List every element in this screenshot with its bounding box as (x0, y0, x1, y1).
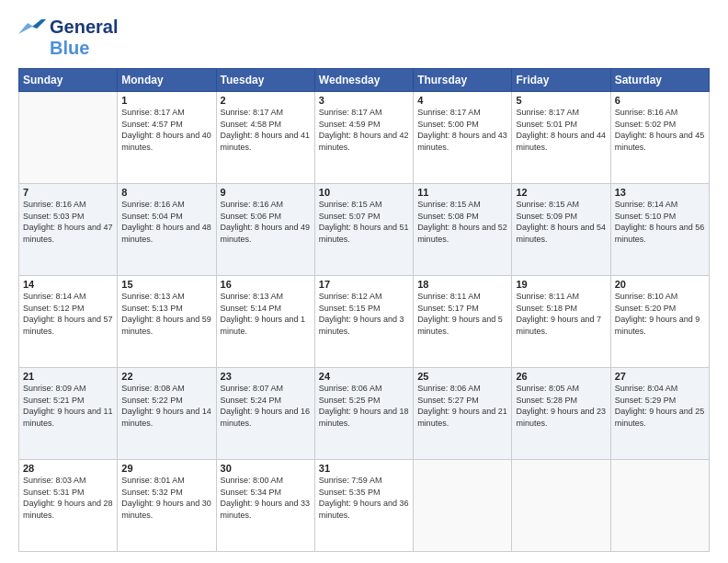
day-number: 3 (319, 95, 409, 106)
day-info: Sunrise: 8:13 AMSunset: 5:13 PMDaylight:… (121, 291, 211, 337)
day-info: Sunrise: 8:16 AMSunset: 5:03 PMDaylight:… (23, 199, 113, 245)
logo-text-general: General (50, 17, 118, 38)
calendar-cell: 6Sunrise: 8:16 AMSunset: 5:02 PMDaylight… (610, 92, 709, 184)
day-info: Sunrise: 8:14 AMSunset: 5:12 PMDaylight:… (23, 291, 113, 337)
calendar-week-row: 14Sunrise: 8:14 AMSunset: 5:12 PMDayligh… (19, 276, 710, 368)
calendar-cell: 7Sunrise: 8:16 AMSunset: 5:03 PMDaylight… (19, 184, 118, 276)
day-number: 8 (121, 187, 211, 198)
header-monday: Monday (118, 69, 216, 92)
logo: General Blue (18, 17, 118, 59)
calendar-cell: 16Sunrise: 8:13 AMSunset: 5:14 PMDayligh… (216, 276, 314, 368)
day-info: Sunrise: 8:08 AMSunset: 5:22 PMDaylight:… (121, 383, 211, 429)
calendar-cell: 1Sunrise: 8:17 AMSunset: 4:57 PMDaylight… (118, 92, 216, 184)
calendar-cell: 5Sunrise: 8:17 AMSunset: 5:01 PMDaylight… (512, 92, 610, 184)
day-info: Sunrise: 8:06 AMSunset: 5:27 PMDaylight:… (417, 383, 507, 429)
calendar-cell: 31Sunrise: 7:59 AMSunset: 5:35 PMDayligh… (314, 460, 413, 552)
day-info: Sunrise: 8:15 AMSunset: 5:07 PMDaylight:… (319, 199, 409, 245)
day-number: 9 (221, 187, 311, 198)
day-info: Sunrise: 8:11 AMSunset: 5:17 PMDaylight:… (417, 291, 507, 337)
day-number: 18 (417, 279, 507, 290)
day-info: Sunrise: 8:00 AMSunset: 5:34 PMDaylight:… (221, 475, 311, 521)
calendar-cell: 28Sunrise: 8:03 AMSunset: 5:31 PMDayligh… (19, 460, 118, 552)
day-info: Sunrise: 8:12 AMSunset: 5:15 PMDaylight:… (319, 291, 409, 337)
day-info: Sunrise: 8:04 AMSunset: 5:29 PMDaylight:… (615, 383, 705, 429)
day-info: Sunrise: 8:06 AMSunset: 5:25 PMDaylight:… (319, 383, 409, 429)
day-info: Sunrise: 8:11 AMSunset: 5:18 PMDaylight:… (516, 291, 606, 337)
calendar-week-row: 1Sunrise: 8:17 AMSunset: 4:57 PMDaylight… (19, 92, 710, 184)
calendar-cell: 17Sunrise: 8:12 AMSunset: 5:15 PMDayligh… (314, 276, 413, 368)
header-sunday: Sunday (19, 69, 118, 92)
day-info: Sunrise: 7:59 AMSunset: 5:35 PMDaylight:… (319, 475, 409, 521)
day-number: 16 (221, 279, 311, 290)
logo-text-blue: Blue (50, 38, 89, 59)
calendar-cell: 13Sunrise: 8:14 AMSunset: 5:10 PMDayligh… (610, 184, 709, 276)
calendar-cell: 24Sunrise: 8:06 AMSunset: 5:25 PMDayligh… (314, 368, 413, 460)
day-number: 28 (23, 463, 113, 474)
day-info: Sunrise: 8:01 AMSunset: 5:32 PMDaylight:… (121, 475, 211, 521)
day-info: Sunrise: 8:13 AMSunset: 5:14 PMDaylight:… (221, 291, 311, 337)
calendar-cell: 21Sunrise: 8:09 AMSunset: 5:21 PMDayligh… (19, 368, 118, 460)
header-tuesday: Tuesday (216, 69, 314, 92)
day-number: 2 (221, 95, 311, 106)
calendar-cell: 25Sunrise: 8:06 AMSunset: 5:27 PMDayligh… (414, 368, 512, 460)
calendar-cell: 19Sunrise: 8:11 AMSunset: 5:18 PMDayligh… (512, 276, 610, 368)
calendar-header-row: SundayMondayTuesdayWednesdayThursdayFrid… (19, 69, 710, 92)
day-info: Sunrise: 8:17 AMSunset: 4:59 PMDaylight:… (319, 107, 409, 153)
day-number: 27 (615, 371, 705, 382)
day-info: Sunrise: 8:15 AMSunset: 5:09 PMDaylight:… (516, 199, 606, 245)
day-number: 7 (23, 187, 113, 198)
day-number: 26 (516, 371, 606, 382)
day-number: 25 (417, 371, 507, 382)
calendar-cell: 18Sunrise: 8:11 AMSunset: 5:17 PMDayligh… (414, 276, 512, 368)
day-info: Sunrise: 8:05 AMSunset: 5:28 PMDaylight:… (516, 383, 606, 429)
calendar-cell: 22Sunrise: 8:08 AMSunset: 5:22 PMDayligh… (118, 368, 216, 460)
header: General Blue (18, 17, 710, 59)
calendar-week-row: 7Sunrise: 8:16 AMSunset: 5:03 PMDaylight… (19, 184, 710, 276)
calendar-cell: 9Sunrise: 8:16 AMSunset: 5:06 PMDaylight… (216, 184, 314, 276)
svg-marker-1 (32, 19, 46, 29)
calendar-cell: 8Sunrise: 8:16 AMSunset: 5:04 PMDaylight… (118, 184, 216, 276)
day-number: 15 (121, 279, 211, 290)
calendar-cell: 2Sunrise: 8:17 AMSunset: 4:58 PMDaylight… (216, 92, 314, 184)
day-number: 22 (121, 371, 211, 382)
day-info: Sunrise: 8:03 AMSunset: 5:31 PMDaylight:… (23, 475, 113, 521)
calendar-cell: 15Sunrise: 8:13 AMSunset: 5:13 PMDayligh… (118, 276, 216, 368)
calendar-cell: 3Sunrise: 8:17 AMSunset: 4:59 PMDaylight… (314, 92, 413, 184)
day-info: Sunrise: 8:09 AMSunset: 5:21 PMDaylight:… (23, 383, 113, 429)
day-info: Sunrise: 8:17 AMSunset: 5:00 PMDaylight:… (417, 107, 507, 153)
day-number: 21 (23, 371, 113, 382)
day-number: 29 (121, 463, 211, 474)
calendar-cell: 11Sunrise: 8:15 AMSunset: 5:08 PMDayligh… (414, 184, 512, 276)
calendar-cell (19, 92, 118, 184)
day-number: 31 (319, 463, 409, 474)
calendar-cell: 10Sunrise: 8:15 AMSunset: 5:07 PMDayligh… (314, 184, 413, 276)
header-friday: Friday (512, 69, 610, 92)
day-number: 4 (417, 95, 507, 106)
calendar-cell (414, 460, 512, 552)
day-info: Sunrise: 8:16 AMSunset: 5:04 PMDaylight:… (121, 199, 211, 245)
calendar-cell: 20Sunrise: 8:10 AMSunset: 5:20 PMDayligh… (610, 276, 709, 368)
calendar-cell: 30Sunrise: 8:00 AMSunset: 5:34 PMDayligh… (216, 460, 314, 552)
header-saturday: Saturday (610, 69, 709, 92)
calendar-cell: 14Sunrise: 8:14 AMSunset: 5:12 PMDayligh… (19, 276, 118, 368)
calendar-week-row: 21Sunrise: 8:09 AMSunset: 5:21 PMDayligh… (19, 368, 710, 460)
day-info: Sunrise: 8:16 AMSunset: 5:06 PMDaylight:… (221, 199, 311, 245)
day-number: 19 (516, 279, 606, 290)
day-number: 11 (417, 187, 507, 198)
day-info: Sunrise: 8:17 AMSunset: 4:57 PMDaylight:… (121, 107, 211, 153)
page: General Blue SundayMondayTuesdayWednesda… (0, 0, 728, 563)
header-thursday: Thursday (414, 69, 512, 92)
day-number: 5 (516, 95, 606, 106)
calendar-cell: 12Sunrise: 8:15 AMSunset: 5:09 PMDayligh… (512, 184, 610, 276)
calendar-cell: 26Sunrise: 8:05 AMSunset: 5:28 PMDayligh… (512, 368, 610, 460)
day-number: 13 (615, 187, 705, 198)
calendar-cell (610, 460, 709, 552)
day-info: Sunrise: 8:14 AMSunset: 5:10 PMDaylight:… (615, 199, 705, 245)
logo-icon (18, 17, 46, 38)
calendar-cell: 23Sunrise: 8:07 AMSunset: 5:24 PMDayligh… (216, 368, 314, 460)
calendar-cell (512, 460, 610, 552)
day-info: Sunrise: 8:17 AMSunset: 5:01 PMDaylight:… (516, 107, 606, 153)
day-info: Sunrise: 8:15 AMSunset: 5:08 PMDaylight:… (417, 199, 507, 245)
day-number: 6 (615, 95, 705, 106)
calendar-cell: 4Sunrise: 8:17 AMSunset: 5:00 PMDaylight… (414, 92, 512, 184)
